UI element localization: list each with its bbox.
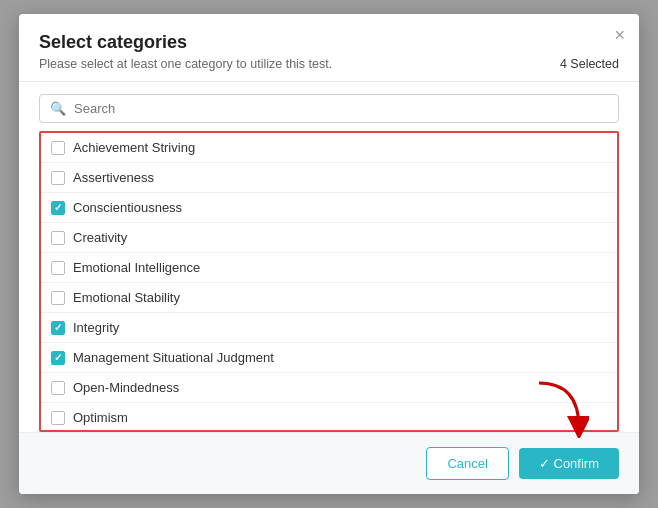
list-item[interactable]: Management Situational Judgment <box>41 343 617 373</box>
item-label-open-mindedness: Open-Mindedness <box>73 380 179 395</box>
search-icon: 🔍 <box>50 101 66 116</box>
checkbox-optimism[interactable] <box>51 411 65 425</box>
list-item[interactable]: Integrity <box>41 313 617 343</box>
item-label-management-situational-judgment: Management Situational Judgment <box>73 350 274 365</box>
dialog-subtitle-row: Please select at least one category to u… <box>39 57 619 71</box>
item-label-conscientiousness: Conscientiousness <box>73 200 182 215</box>
checkbox-conscientiousness[interactable] <box>51 201 65 215</box>
confirm-arrow-indicator <box>529 378 589 438</box>
cancel-button[interactable]: Cancel <box>426 447 508 480</box>
search-input[interactable] <box>74 101 608 116</box>
item-label-creativity: Creativity <box>73 230 127 245</box>
search-box: 🔍 <box>39 94 619 123</box>
list-item[interactable]: Emotional Intelligence <box>41 253 617 283</box>
item-label-achievement-striving: Achievement Striving <box>73 140 195 155</box>
confirm-button[interactable]: ✓ Confirm <box>519 448 619 479</box>
dialog-footer: Cancel ✓ Confirm <box>19 432 639 494</box>
item-label-assertiveness: Assertiveness <box>73 170 154 185</box>
item-label-emotional-stability: Emotional Stability <box>73 290 180 305</box>
checkbox-emotional-stability[interactable] <box>51 291 65 305</box>
dialog-title: Select categories <box>39 32 619 53</box>
list-item[interactable]: Assertiveness <box>41 163 617 193</box>
dialog-overlay: × Select categories Please select at lea… <box>0 0 658 508</box>
checkbox-creativity[interactable] <box>51 231 65 245</box>
checkbox-assertiveness[interactable] <box>51 171 65 185</box>
list-item[interactable]: Achievement Striving <box>41 133 617 163</box>
dialog-header: × Select categories Please select at lea… <box>19 14 639 82</box>
close-button[interactable]: × <box>614 26 625 44</box>
list-item[interactable]: Conscientiousness <box>41 193 617 223</box>
item-label-integrity: Integrity <box>73 320 119 335</box>
search-area: 🔍 <box>19 82 639 131</box>
checkbox-achievement-striving[interactable] <box>51 141 65 155</box>
selected-count-badge: 4 Selected <box>560 57 619 71</box>
list-item[interactable]: Creativity <box>41 223 617 253</box>
checkbox-open-mindedness[interactable] <box>51 381 65 395</box>
checkbox-management-situational-judgment[interactable] <box>51 351 65 365</box>
checkbox-emotional-intelligence[interactable] <box>51 261 65 275</box>
item-label-optimism: Optimism <box>73 410 128 425</box>
checkbox-integrity[interactable] <box>51 321 65 335</box>
list-item[interactable]: Emotional Stability <box>41 283 617 313</box>
item-label-emotional-intelligence: Emotional Intelligence <box>73 260 200 275</box>
select-categories-dialog: × Select categories Please select at lea… <box>19 14 639 494</box>
dialog-subtitle: Please select at least one category to u… <box>39 57 332 71</box>
